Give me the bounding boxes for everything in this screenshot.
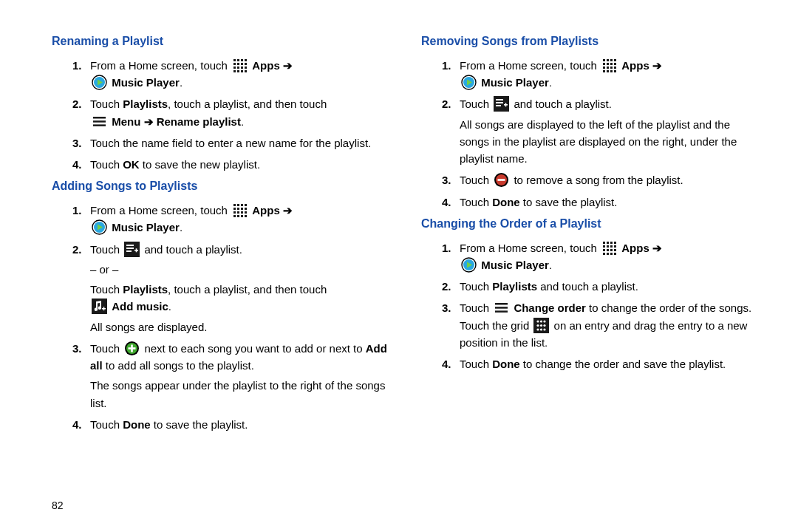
menu-bars-icon	[494, 300, 509, 316]
text: Touch	[90, 342, 123, 355]
text: Touch	[90, 243, 123, 256]
text: Touch	[460, 301, 492, 314]
music-player-label: Music Player	[481, 76, 549, 89]
text: From a Home screen, touch	[460, 59, 597, 72]
heading-adding: Adding Songs to Playlists	[52, 177, 392, 196]
menu-label: Menu	[112, 115, 140, 128]
music-player-icon	[461, 75, 477, 90]
apps-grid-icon	[601, 58, 617, 73]
steps-changing-order: From a Home screen, touch Apps ➔ Music P…	[442, 239, 761, 373]
playlists-label: Playlists	[492, 280, 537, 293]
change-order-label: Change order	[514, 301, 586, 314]
text: to save the playlist.	[520, 196, 618, 208]
plus-circle-icon	[124, 341, 140, 356]
text: From a Home screen, touch	[90, 204, 228, 216]
text: Touch	[460, 280, 492, 293]
text: next to each song you want to add or nex…	[144, 342, 365, 355]
menu-bars-icon	[92, 114, 107, 129]
music-player-label: Music Player	[481, 259, 549, 271]
drag-dots-icon	[533, 318, 549, 333]
music-player-label: Music Player	[112, 221, 180, 233]
music-player-icon	[92, 75, 107, 90]
text: to add all songs to the playlist.	[103, 359, 254, 372]
text: and touch a playlist.	[144, 243, 242, 256]
text: Touch	[90, 98, 123, 110]
arrow-icon: ➔	[652, 59, 662, 72]
right-column: Removing Songs from Playlists From a Hom…	[421, 30, 761, 437]
add-music-label: Add music	[112, 300, 168, 313]
heading-removing: Removing Songs from Playlists	[421, 33, 761, 51]
apps-grid-icon	[601, 240, 617, 256]
text: and touch a playlist.	[537, 280, 638, 293]
text: Touch	[90, 283, 123, 296]
apps-label: Apps	[252, 204, 280, 216]
text: Touch	[460, 174, 492, 186]
apps-label: Apps	[621, 59, 649, 72]
text: to save the playlist.	[151, 418, 248, 431]
text: All songs are displayed to the left of t…	[460, 116, 761, 168]
playlist-add-icon	[124, 242, 140, 257]
left-column: Renaming a Playlist From a Home screen, …	[52, 30, 392, 437]
text: All songs are displayed.	[90, 318, 392, 335]
text: to remove a song from the playlist.	[514, 174, 683, 186]
arrow-icon: ➔	[283, 59, 293, 72]
done-label: Done	[123, 418, 151, 431]
music-player-icon	[461, 257, 477, 273]
text: to change the order and save the playlis…	[520, 358, 726, 370]
text: Touch the name field to enter a new name…	[90, 137, 371, 149]
apps-label: Apps	[621, 242, 649, 254]
text: From a Home screen, touch	[90, 59, 228, 72]
text: From a Home screen, touch	[460, 242, 597, 254]
text: Touch	[460, 358, 492, 370]
text: , touch a playlist, and then touch	[168, 98, 327, 110]
text: Touch	[460, 98, 492, 110]
steps-removing: From a Home screen, touch Apps ➔ Music P…	[442, 57, 761, 211]
apps-grid-icon	[232, 58, 248, 73]
ok-label: OK	[123, 158, 140, 171]
manual-page: Renaming a Playlist From a Home screen, …	[0, 0, 798, 452]
done-label: Done	[492, 358, 520, 370]
text: The songs appear under the playlist to t…	[90, 377, 392, 412]
music-player-icon	[92, 219, 107, 235]
minus-circle-icon	[494, 172, 509, 188]
or-separator: – or –	[90, 261, 392, 278]
text: Touch	[90, 418, 123, 431]
text: to save the new playlist.	[140, 158, 260, 171]
arrow-icon: ➔	[144, 115, 154, 128]
text: , touch a playlist, and then touch	[168, 283, 327, 296]
music-note-add-icon	[92, 299, 107, 314]
playlist-add-icon	[494, 96, 509, 112]
playlists-label: Playlists	[123, 283, 168, 296]
done-label: Done	[492, 196, 520, 208]
text: Touch	[90, 158, 123, 171]
rename-playlist-label: Rename playlist	[157, 115, 241, 128]
page-number: 82	[52, 499, 64, 511]
text: Touch	[460, 196, 492, 208]
arrow-icon: ➔	[652, 242, 662, 254]
music-player-label: Music Player	[112, 76, 180, 89]
arrow-icon: ➔	[283, 204, 293, 216]
heading-changing-order: Changing the Order of a Playlist	[421, 215, 761, 233]
playlists-label: Playlists	[123, 98, 168, 110]
steps-adding: From a Home screen, touch Apps ➔ Music P…	[72, 202, 392, 433]
text: and touch a playlist.	[514, 98, 612, 110]
apps-grid-icon	[232, 202, 248, 218]
steps-renaming: From a Home screen, touch Apps ➔ Music P…	[72, 57, 392, 174]
heading-renaming: Renaming a Playlist	[52, 33, 392, 51]
apps-label: Apps	[252, 59, 280, 72]
